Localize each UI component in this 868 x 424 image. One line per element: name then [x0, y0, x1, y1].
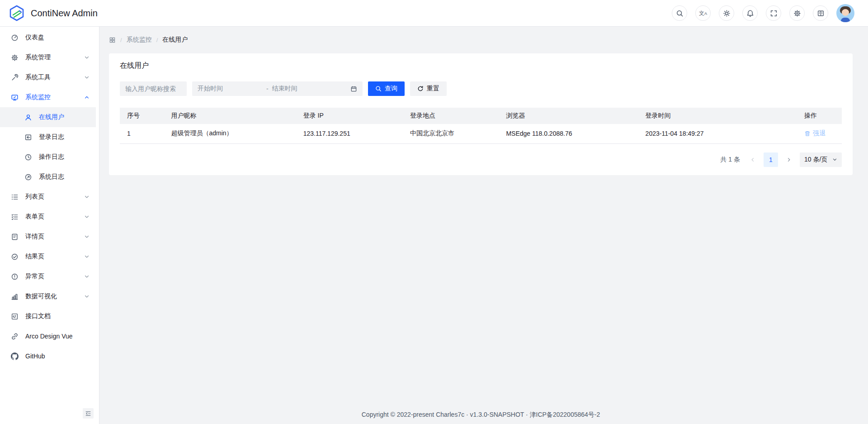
- sidebar-item-arco-design-vue[interactable]: Arco Design Vue: [0, 326, 96, 346]
- table-row: 1 超级管理员（admin） 123.117.129.251 中国北京北京市 M…: [120, 124, 842, 143]
- sidebar-item-label: 在线用户: [39, 113, 64, 121]
- sidebar-collapse-button[interactable]: [83, 408, 94, 419]
- sidebar-item-system-tools[interactable]: 系统工具: [0, 67, 96, 87]
- user-avatar[interactable]: [836, 4, 854, 22]
- form-checklist-icon: [11, 213, 19, 221]
- sidebar-item-result-page[interactable]: 结果页: [0, 247, 96, 267]
- breadcrumb-separator: /: [120, 37, 122, 43]
- theme-light-icon: [723, 10, 731, 17]
- bar-chart-icon: [11, 293, 19, 300]
- breadcrumb: / 系统监控 / 在线用户: [109, 33, 853, 47]
- nickname-search-input[interactable]: [120, 81, 187, 96]
- cell-login-time: 2023-11-04 18:49:27: [638, 124, 797, 143]
- start-time-placeholder: 开始时间: [198, 85, 263, 93]
- theme-toggle-button[interactable]: [719, 5, 734, 21]
- fullscreen-button[interactable]: [766, 5, 781, 21]
- sidebar-item-exception-page[interactable]: 异常页: [0, 267, 96, 286]
- sidebar-item-form-page[interactable]: 表单页: [0, 207, 96, 227]
- refresh-icon: [417, 86, 424, 92]
- chevron-down-icon: [832, 157, 837, 162]
- chevron-down-icon: [84, 234, 90, 239]
- sidebar-item-login-log[interactable]: 登录日志: [0, 127, 96, 147]
- date-range-picker[interactable]: 开始时间 - 结束时间: [192, 81, 363, 96]
- main-content: / 系统监控 / 在线用户 在线用户 开始时间 - 结束时间 查询: [99, 27, 868, 424]
- pagination-total: 共 1 条: [720, 156, 740, 164]
- force-logout-label: 强退: [813, 129, 826, 138]
- sidebar-item-label: 结果页: [25, 252, 44, 261]
- menu-fold-icon: [85, 410, 91, 417]
- sidebar-item-detail-page[interactable]: 详情页: [0, 227, 96, 247]
- sidebar-item-github[interactable]: GitHub: [0, 346, 96, 366]
- notifications-bell-icon: [746, 10, 754, 17]
- cell-index: 1: [120, 124, 164, 143]
- force-logout-button[interactable]: 强退: [804, 129, 826, 138]
- pagination: 共 1 条 1 10 条/页: [120, 152, 842, 167]
- app-logo-icon: [8, 5, 25, 22]
- reset-button-label: 重置: [427, 85, 439, 93]
- fullscreen-icon: [770, 10, 778, 17]
- notifications-button[interactable]: [742, 5, 758, 21]
- column-header-index: 序号: [120, 108, 164, 124]
- chevron-down-icon: [84, 274, 90, 279]
- chevron-down-icon: [84, 194, 90, 200]
- sidebar-item-label: 系统管理: [25, 53, 51, 62]
- cell-nickname: 超级管理员（admin）: [164, 124, 296, 143]
- sidebar-item-api-docs[interactable]: 接口文档: [0, 306, 96, 326]
- sidebar-item-operation-log[interactable]: 操作日志: [0, 147, 96, 167]
- apps-grid-icon[interactable]: [109, 37, 116, 43]
- page-size-select[interactable]: 10 条/页: [800, 152, 842, 167]
- filter-bar: 开始时间 - 结束时间 查询 重置: [120, 81, 842, 96]
- docs-button[interactable]: [813, 5, 828, 21]
- page-size-value: 10 条/页: [804, 156, 827, 164]
- search-button[interactable]: [672, 5, 687, 21]
- online-users-table: 序号 用户昵称 登录 IP 登录地点 浏览器 登录时间 操作 1 超级管理员（a…: [120, 108, 842, 144]
- delete-trash-icon: [804, 130, 811, 137]
- sidebar-nav: 仪表盘 系统管理 系统工具 系统监控 在线用户: [0, 27, 99, 424]
- query-button-label: 查询: [385, 85, 397, 93]
- online-users-card: 在线用户 开始时间 - 结束时间 查询 重置: [109, 53, 853, 175]
- cell-actions: 强退: [797, 124, 842, 143]
- chevron-down-icon: [84, 75, 90, 80]
- sidebar-item-label: 系统日志: [39, 173, 64, 181]
- sidebar-item-list-page[interactable]: 列表页: [0, 187, 96, 207]
- sidebar-item-system-log[interactable]: 系统日志: [0, 167, 96, 187]
- list-icon: [11, 193, 19, 201]
- sidebar-item-data-visualization[interactable]: 数据可视化: [0, 286, 96, 306]
- login-log-icon: [24, 133, 32, 141]
- sidebar-item-system-monitor[interactable]: 系统监控: [0, 87, 96, 107]
- sidebar-item-system-management[interactable]: 系统管理: [0, 48, 96, 67]
- github-icon: [11, 353, 19, 360]
- breadcrumb-current: 在线用户: [162, 36, 188, 44]
- calendar-icon: [350, 86, 357, 92]
- sidebar-item-online-users[interactable]: 在线用户: [0, 107, 96, 127]
- sidebar-item-label: 异常页: [25, 272, 44, 281]
- sidebar-item-dashboard[interactable]: 仪表盘: [0, 28, 96, 48]
- pagination-page-1[interactable]: 1: [764, 152, 778, 167]
- sidebar-item-label: 详情页: [25, 233, 44, 241]
- cell-ip: 123.117.129.251: [296, 124, 403, 143]
- reset-button[interactable]: 重置: [410, 81, 447, 96]
- check-circle-icon: [11, 253, 19, 261]
- sidebar-item-label: 数据可视化: [25, 292, 57, 300]
- clock-icon: [24, 153, 32, 161]
- pagination-next-button[interactable]: [782, 152, 796, 167]
- translate-button[interactable]: 文A: [695, 5, 711, 21]
- settings-button[interactable]: [789, 5, 805, 21]
- translate-icon: 文A: [699, 10, 707, 16]
- monitor-icon: [11, 94, 19, 101]
- sidebar-item-label: 操作日志: [39, 153, 64, 161]
- column-header-ip: 登录 IP: [296, 108, 403, 124]
- pagination-prev-button[interactable]: [745, 152, 760, 167]
- sidebar-item-label: 登录日志: [39, 133, 64, 141]
- query-button[interactable]: 查询: [368, 81, 405, 96]
- app-logo-area[interactable]: ContiNew Admin: [8, 5, 98, 22]
- table-header-row: 序号 用户昵称 登录 IP 登录地点 浏览器 登录时间 操作: [120, 108, 842, 124]
- cell-browser: MSEdge 118.0.2088.76: [499, 124, 638, 143]
- chevron-up-icon: [84, 95, 90, 100]
- breadcrumb-section[interactable]: 系统监控: [127, 36, 152, 44]
- docs-book-icon: [817, 10, 825, 17]
- search-icon: [676, 10, 684, 17]
- sidebar-item-label: 系统监控: [25, 93, 51, 101]
- chevron-down-icon: [84, 214, 90, 219]
- footer-copyright: Copyright © 2022-present Charles7c · v1.…: [109, 405, 853, 424]
